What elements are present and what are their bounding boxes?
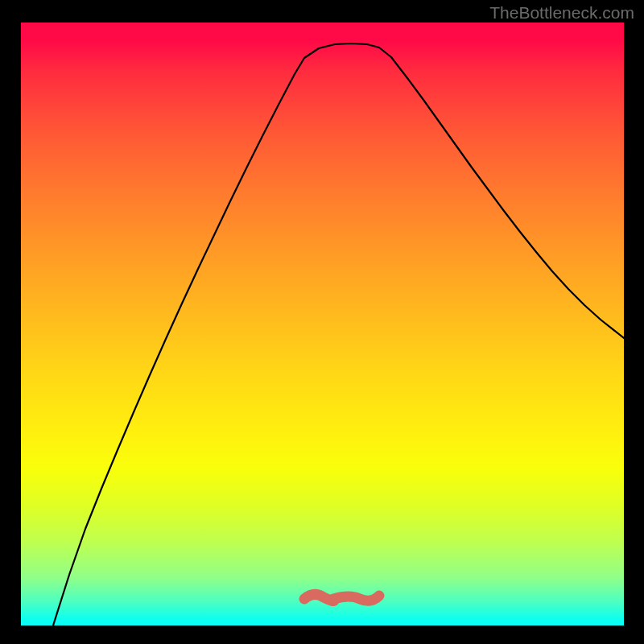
watermark-text: TheBottleneck.com	[489, 3, 634, 23]
chart-frame	[21, 23, 624, 625]
bottleneck-curve	[21, 23, 624, 625]
